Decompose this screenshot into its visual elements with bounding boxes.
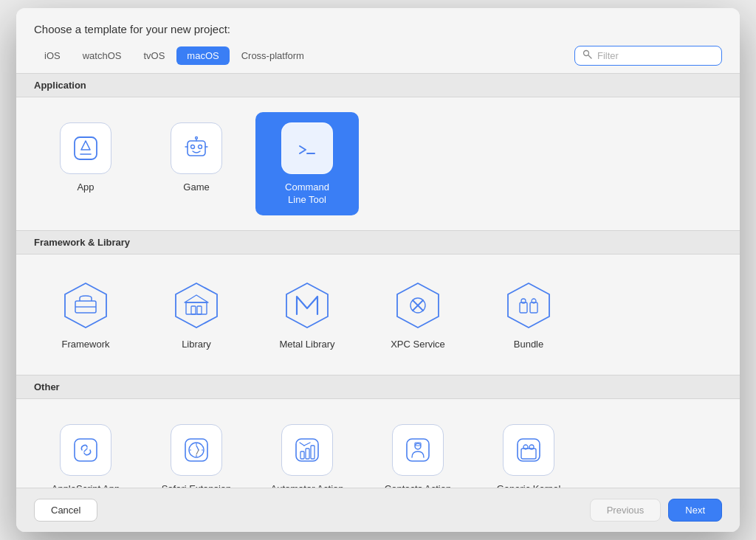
template-item-framework[interactable]: Framework	[34, 269, 137, 360]
template-item-bundle[interactable]: Bundle	[477, 269, 580, 360]
svg-point-5	[199, 145, 202, 149]
framework-items: Framework Library	[34, 255, 722, 375]
svg-rect-3	[188, 141, 205, 156]
framework-icon	[61, 280, 111, 330]
svg-rect-41	[306, 449, 309, 459]
tab-watchos[interactable]: watchOS	[72, 46, 132, 65]
template-item-app[interactable]: App	[34, 112, 137, 215]
svg-rect-42	[311, 446, 315, 459]
tab-tvos[interactable]: tvOS	[133, 46, 175, 65]
game-label: Game	[183, 181, 209, 194]
footer-right: Previous Next	[590, 499, 722, 522]
svg-line-44	[304, 443, 310, 446]
automator-icon-wrapper	[281, 424, 333, 476]
svg-line-1	[588, 55, 592, 59]
framework-label: Framework	[61, 339, 109, 351]
contacts-icon	[403, 435, 433, 465]
template-item-automator[interactable]: Automator Action	[255, 414, 359, 488]
dialog-header: Choose a template for your new project: …	[16, 8, 740, 73]
kernel-icon	[514, 435, 543, 465]
metal-icon	[282, 280, 332, 330]
contacts-icon-wrapper	[392, 424, 444, 476]
app-label: App	[77, 181, 94, 194]
library-icon-wrapper	[171, 280, 222, 331]
framework-icon-wrapper	[60, 280, 111, 331]
game-icon	[182, 134, 211, 163]
tabs-and-filter-row: iOS watchOS tvOS macOS Cross-platform	[34, 46, 722, 66]
tab-crossplatform[interactable]: Cross-platform	[231, 46, 315, 65]
filter-box	[574, 46, 722, 66]
content-area: Application App	[16, 73, 740, 488]
automator-icon	[292, 435, 322, 465]
svg-rect-18	[197, 306, 202, 314]
tab-macos[interactable]: macOS	[176, 46, 229, 65]
bundle-icon-wrapper	[503, 280, 554, 331]
filter-input[interactable]	[597, 50, 714, 61]
svg-line-30	[84, 449, 87, 451]
svg-rect-15	[186, 302, 207, 314]
svg-point-4	[191, 145, 195, 149]
cancel-button[interactable]: Cancel	[34, 499, 97, 522]
section-other-header: Other	[16, 375, 740, 399]
bundle-label: Bundle	[514, 339, 543, 351]
svg-line-34	[196, 450, 199, 454]
app-icon	[71, 134, 100, 163]
template-item-cmdline[interactable]: CommandLine Tool	[255, 112, 359, 215]
safari-icon-wrapper	[171, 424, 222, 476]
section-application: Application App	[34, 73, 722, 230]
svg-marker-14	[176, 283, 217, 328]
svg-point-7	[196, 137, 198, 139]
template-item-safari[interactable]: Safari Extension	[145, 414, 248, 488]
previous-button[interactable]: Previous	[590, 499, 662, 522]
template-chooser-dialog: Choose a template for your new project: …	[16, 8, 740, 532]
applescript-icon	[71, 435, 100, 465]
template-item-xpc[interactable]: XPC Service	[366, 269, 470, 360]
app-icon-wrapper	[60, 122, 111, 174]
library-icon	[171, 280, 221, 330]
svg-rect-40	[300, 451, 304, 459]
metal-icon-wrapper	[281, 280, 333, 331]
template-item-kernel[interactable]: Generic Kernel	[477, 414, 580, 488]
dialog-footer: Cancel Previous Next	[16, 488, 740, 532]
svg-rect-49	[521, 449, 536, 459]
svg-line-33	[196, 446, 199, 450]
template-item-library[interactable]: Library	[145, 269, 248, 360]
tab-ios[interactable]: iOS	[34, 46, 71, 65]
game-icon-wrapper	[171, 122, 222, 174]
metal-label: Metal Library	[279, 339, 334, 351]
svg-marker-24	[508, 283, 549, 328]
template-item-metal[interactable]: Metal Library	[255, 269, 359, 360]
section-framework-header: Framework & Library	[16, 230, 740, 255]
svg-marker-19	[286, 283, 328, 328]
template-item-game[interactable]: Game	[145, 112, 248, 215]
section-application-header: Application	[16, 73, 740, 97]
kernel-icon-wrapper	[503, 424, 554, 476]
svg-marker-11	[65, 283, 106, 328]
svg-line-43	[300, 443, 304, 446]
dialog-title: Choose a template for your new project:	[34, 23, 722, 35]
filter-icon	[583, 49, 593, 62]
xpc-icon	[393, 280, 443, 330]
svg-marker-16	[185, 295, 208, 302]
cmdline-label: CommandLine Tool	[285, 181, 329, 207]
safari-icon	[182, 435, 211, 465]
next-button[interactable]: Next	[668, 499, 722, 522]
xpc-icon-wrapper	[392, 280, 444, 331]
library-label: Library	[182, 339, 211, 351]
template-item-applescript[interactable]: AppleScript App	[34, 414, 137, 488]
xpc-label: XPC Service	[391, 339, 445, 351]
svg-rect-26	[530, 302, 537, 313]
template-item-contacts[interactable]: Contacts Action	[366, 414, 470, 488]
other-items: AppleScript App	[34, 399, 722, 488]
platform-tabs: iOS watchOS tvOS macOS Cross-platform	[34, 46, 315, 65]
svg-rect-25	[520, 302, 527, 313]
cmdline-icon	[292, 134, 322, 163]
section-other: Other AppleScript App	[34, 375, 722, 488]
cmdline-icon-wrapper	[281, 122, 333, 174]
application-items: App	[34, 97, 722, 230]
svg-point-46	[415, 443, 421, 449]
applescript-icon-wrapper	[60, 424, 111, 476]
bundle-icon	[504, 280, 554, 330]
section-framework: Framework & Library Framework	[34, 230, 722, 375]
svg-rect-17	[191, 306, 196, 314]
